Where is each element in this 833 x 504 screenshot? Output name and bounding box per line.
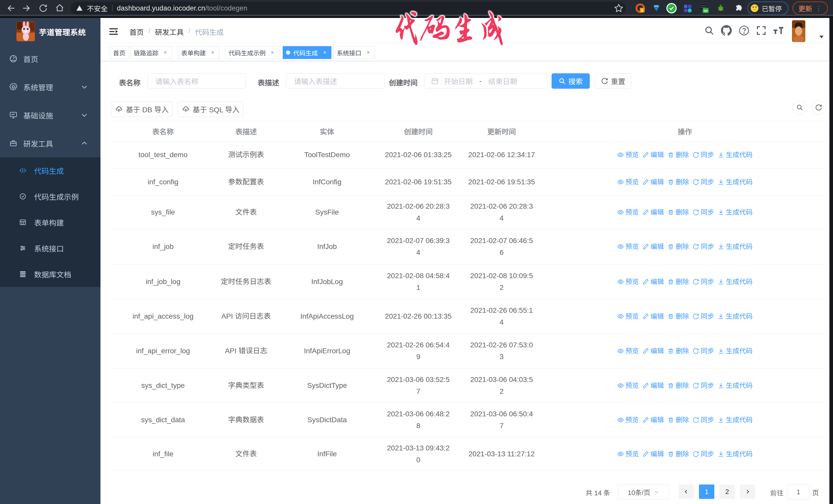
svg-text:on: on	[704, 9, 708, 13]
svg-text:1: 1	[641, 8, 643, 12]
